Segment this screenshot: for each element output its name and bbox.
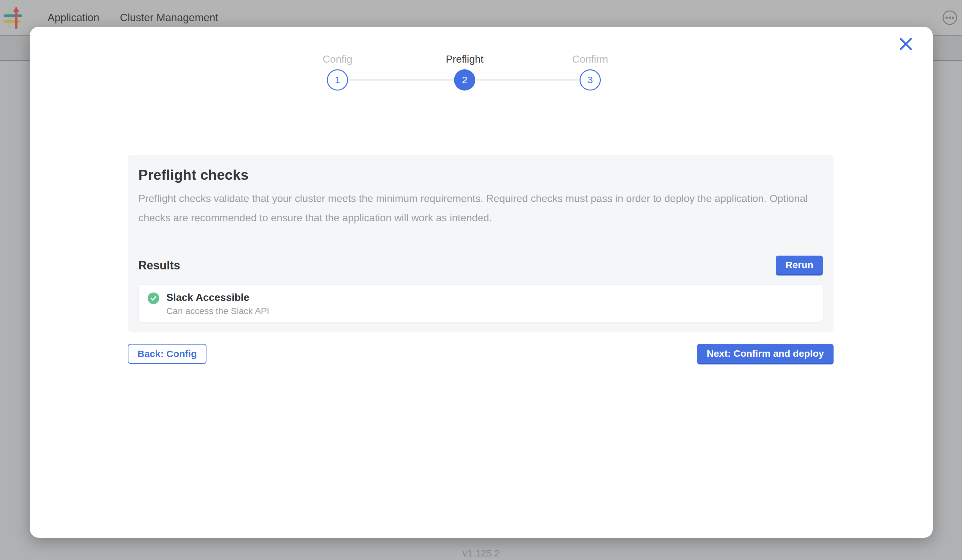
- step-label: Config: [302, 53, 373, 66]
- modal-footer: Back: Config Next: Confirm and deploy: [128, 344, 834, 365]
- check-text: Slack Accessible Can access the Slack AP…: [166, 290, 270, 317]
- panel-title: Preflight checks: [139, 167, 823, 183]
- panel-description: Preflight checks validate that your clus…: [139, 189, 823, 228]
- step-circle[interactable]: 2: [454, 69, 475, 90]
- step-preflight: Preflight 2: [429, 53, 500, 90]
- close-icon: [899, 37, 913, 51]
- back-button[interactable]: Back: Config: [128, 344, 207, 364]
- next-button[interactable]: Next: Confirm and deploy: [697, 344, 834, 365]
- stepper-connector-line: [348, 79, 454, 81]
- preflight-check-row: Slack Accessible Can access the Slack AP…: [139, 284, 823, 322]
- step-confirm: Confirm 3: [555, 53, 626, 90]
- step-config: Config 1: [302, 53, 373, 90]
- preflight-panel: Preflight checks Preflight checks valida…: [128, 155, 834, 332]
- step-circle[interactable]: 1: [327, 69, 348, 90]
- wizard-stepper: Config 1 Preflight 2 Confirm 3: [30, 53, 933, 117]
- step-circle[interactable]: 3: [579, 69, 601, 90]
- rerun-button[interactable]: Rerun: [776, 256, 823, 276]
- screen: Application Cluster Management v1.125.2 …: [0, 0, 962, 560]
- app-logo-icon: [3, 6, 23, 29]
- step-label: Confirm: [555, 53, 626, 66]
- overflow-menu-button[interactable]: [942, 10, 957, 25]
- nav-tab-cluster-management[interactable]: Cluster Management: [120, 11, 218, 24]
- results-heading: Results: [139, 259, 180, 272]
- preflight-wizard-modal: Config 1 Preflight 2 Confirm 3 Preflight…: [30, 27, 933, 538]
- check-title: Slack Accessible: [166, 290, 270, 304]
- nav-tab-application[interactable]: Application: [47, 11, 99, 24]
- check-detail: Can access the Slack API: [166, 305, 270, 317]
- results-row: Results Rerun: [139, 256, 823, 276]
- ellipsis-icon: [942, 10, 957, 25]
- close-button[interactable]: [897, 36, 914, 52]
- stepper-connector-line: [475, 79, 579, 81]
- step-label: Preflight: [429, 53, 500, 66]
- check-circle-icon: [148, 292, 159, 304]
- version-label: v1.125.2: [0, 548, 962, 559]
